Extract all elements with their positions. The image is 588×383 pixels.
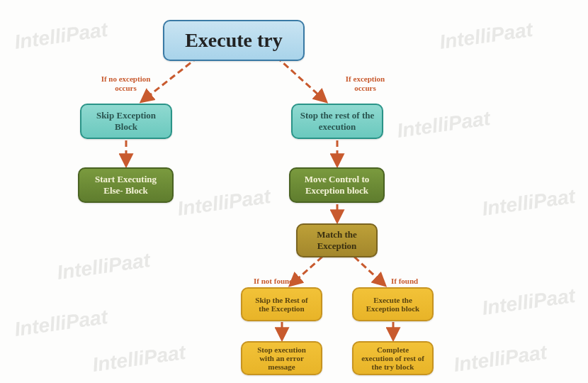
svg-line-5 bbox=[290, 257, 322, 285]
svg-line-6 bbox=[354, 257, 385, 285]
node-complete-execution: Complete execution of rest of the try bl… bbox=[352, 341, 434, 375]
node-execute-try: Execute try bbox=[163, 20, 305, 61]
node-move-control: Move Control to Exception block bbox=[289, 167, 385, 203]
watermark: IntelliPaat bbox=[438, 18, 533, 54]
watermark: IntelliPaat bbox=[91, 341, 186, 377]
node-start-else-block: Start Executing Else- Block bbox=[78, 167, 174, 203]
watermark: IntelliPaat bbox=[395, 107, 491, 143]
watermark: IntelliPaat bbox=[452, 341, 548, 377]
label-found: If found bbox=[391, 277, 418, 286]
node-skip-exception-block: Skip Exception Block bbox=[80, 104, 172, 139]
watermark: IntelliPaat bbox=[176, 185, 271, 221]
node-stop-execution: Stop the rest of the execution bbox=[291, 104, 383, 139]
svg-line-1 bbox=[276, 57, 326, 101]
node-skip-rest-exception: Skip the Rest of the Exception bbox=[241, 287, 322, 321]
watermark: IntelliPaat bbox=[13, 18, 108, 54]
watermark: IntelliPaat bbox=[13, 306, 108, 341]
label-no-exception: If no exception occurs bbox=[96, 74, 156, 93]
label-exception: If exception occurs bbox=[339, 74, 392, 93]
watermark: IntelliPaat bbox=[55, 249, 151, 284]
node-stop-error-message: Stop execution with an error message bbox=[241, 341, 322, 375]
watermark: IntelliPaat bbox=[480, 284, 576, 320]
node-execute-exception-block: Execute the Exception block bbox=[352, 287, 434, 321]
node-match-exception: Match the Exception bbox=[296, 223, 378, 257]
label-not-found: If not found bbox=[254, 277, 293, 286]
watermark: IntelliPaat bbox=[480, 185, 576, 221]
